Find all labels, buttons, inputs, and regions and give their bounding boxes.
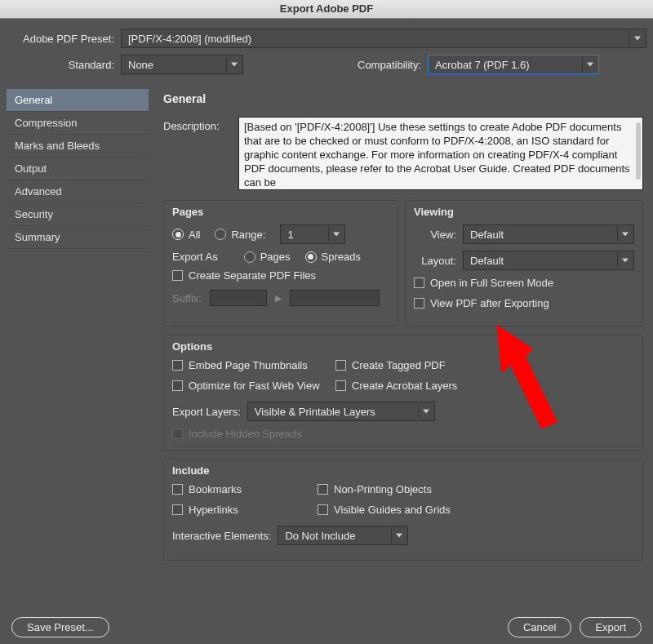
viewing-group: Viewing View: Default Layout: Default Op… (405, 200, 643, 326)
suffix-input-left[interactable] (210, 290, 267, 306)
general-panel: General Description: [Based on '[PDF/X-4… (153, 89, 646, 591)
checkbox-icon (172, 484, 183, 495)
checkbox-icon (318, 504, 328, 515)
preset-value: [PDF/X-4:2008] (modified) (128, 33, 251, 45)
compat-select[interactable]: Acrobat 7 (PDF 1.6) (428, 55, 599, 74)
sidebar-item-label: Output (15, 162, 47, 175)
checkbox-acrobat-layers[interactable]: Create Acrobat Layers (335, 380, 634, 392)
checkbox-embed-thumbnails[interactable]: Embed Page Thumbnails (172, 359, 335, 371)
range-select[interactable]: 1 (280, 224, 345, 244)
standard-label: Standard: (7, 59, 121, 71)
preset-label: Adobe PDF Preset: (7, 33, 121, 45)
radio-pages[interactable]: Pages (244, 251, 291, 263)
checkbox-fast-web-view[interactable]: Optimize for Fast Web View (172, 380, 335, 392)
options-title: Options (172, 340, 634, 353)
sidebar-item-label: Compression (15, 117, 78, 129)
scrollbar[interactable] (636, 122, 641, 180)
description-textarea[interactable]: [Based on '[PDF/X-4:2008]'] Use these se… (238, 117, 643, 190)
checkbox-icon (335, 380, 346, 391)
include-group: Include Bookmarks Hyperlinks Non-Printin… (163, 459, 643, 561)
footer: Save Preset... Cancel Export (0, 617, 653, 637)
checkbox-tagged-pdf[interactable]: Create Tagged PDF (335, 359, 634, 371)
checkbox-include-hidden-spreads: Include Hidden Spreads (172, 428, 302, 440)
export-button[interactable]: Export (580, 617, 642, 637)
radio-all[interactable]: All (172, 229, 200, 241)
include-title: Include (172, 464, 634, 477)
cancel-button[interactable]: Cancel (508, 617, 571, 637)
preset-select[interactable]: [PDF/X-4:2008] (modified) (121, 29, 646, 48)
radio-spreads[interactable]: Spreads (305, 251, 361, 263)
sidebar-item-marks-and-bleeds[interactable]: Marks and Bleeds (7, 135, 149, 158)
sidebar-item-label: Security (15, 208, 53, 220)
checkbox-icon (318, 484, 328, 495)
compat-value: Acrobat 7 (PDF 1.6) (435, 59, 530, 71)
sidebar-item-label: Marks and Bleeds (15, 140, 100, 152)
sidebar-item-compression[interactable]: Compression (7, 112, 149, 135)
chevron-right-icon: ▶ (275, 293, 282, 304)
checkbox-icon (172, 380, 183, 391)
radio-icon (305, 251, 317, 263)
radio-icon (244, 251, 255, 263)
suffix-label: Suffix: (172, 292, 202, 304)
checkbox-icon (172, 504, 183, 515)
checkbox-icon (335, 360, 346, 371)
checkbox-icon (172, 270, 183, 281)
viewing-title: Viewing (414, 206, 634, 218)
sidebar-item-label: General (15, 94, 52, 106)
standard-select[interactable]: None (121, 55, 243, 74)
layout-select[interactable]: Default (463, 251, 634, 270)
layout-label: Layout: (414, 255, 456, 267)
view-select[interactable]: Default (463, 224, 634, 244)
standard-value: None (128, 59, 153, 71)
checkbox-hyperlinks[interactable]: Hyperlinks (172, 504, 318, 516)
view-label: View: (414, 229, 456, 241)
interactive-elements-select[interactable]: Do Not Include (278, 526, 408, 545)
suffix-input-right[interactable] (290, 290, 380, 306)
pages-title: Pages (172, 206, 389, 218)
checkbox-separate-pdf[interactable]: Create Separate PDF Files (172, 269, 316, 282)
top-settings: Adobe PDF Preset: [PDF/X-4:2008] (modifi… (0, 19, 653, 74)
checkbox-visible-guides-grids[interactable]: Visible Guides and Grids (318, 504, 634, 516)
checkbox-view-after-export[interactable]: View PDF after Exporting (414, 297, 549, 309)
checkbox-icon (414, 278, 424, 288)
radio-icon (172, 229, 184, 240)
window-title: Export Adobe PDF (0, 0, 653, 19)
sidebar-item-security[interactable]: Security (7, 203, 149, 226)
checkbox-icon (172, 360, 183, 371)
options-group: Options Embed Page Thumbnails Optimize f… (163, 335, 643, 451)
checkbox-non-printing-objects[interactable]: Non-Printing Objects (318, 483, 634, 495)
description-text: [Based on '[PDF/X-4:2008]'] Use these se… (244, 121, 630, 189)
sidebar: General Compression Marks and Bleeds Out… (7, 89, 149, 591)
export-as-label: Export As (172, 251, 218, 263)
compat-label: Compatibility: (358, 59, 428, 71)
sidebar-item-summary[interactable]: Summary (7, 226, 149, 249)
sidebar-item-output[interactable]: Output (7, 158, 149, 180)
export-layers-select[interactable]: Visible & Printable Layers (247, 402, 435, 421)
sidebar-item-label: Summary (15, 231, 60, 243)
sidebar-item-general[interactable]: General (7, 89, 149, 112)
description-label: Description: (163, 117, 238, 190)
interactive-elements-label: Interactive Elements: (172, 530, 271, 542)
checkbox-fullscreen[interactable]: Open in Full Screen Mode (414, 277, 553, 289)
export-layers-label: Export Layers: (172, 406, 241, 418)
checkbox-bookmarks[interactable]: Bookmarks (172, 483, 318, 495)
sidebar-item-label: Advanced (15, 185, 62, 198)
panel-title: General (163, 92, 643, 105)
checkbox-icon (414, 298, 424, 309)
sidebar-item-advanced[interactable]: Advanced (7, 180, 149, 203)
radio-icon (215, 229, 226, 240)
radio-range[interactable]: Range: (215, 229, 265, 241)
checkbox-icon (172, 429, 183, 439)
pages-group: Pages All Range: 1 Export As Pages Sprea… (163, 200, 398, 326)
save-preset-button[interactable]: Save Preset... (11, 617, 109, 637)
